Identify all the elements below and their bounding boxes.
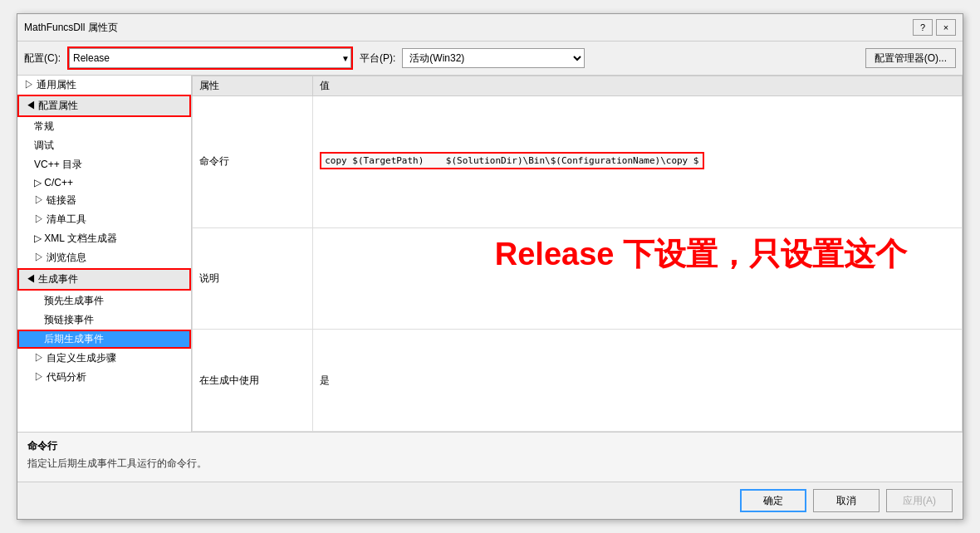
sidebar-item-linker-label: ▷ 链接器 [34, 193, 76, 208]
bottom-description: 命令行 指定让后期生成事件工具运行的命令行。 [17, 432, 963, 482]
ok-button[interactable]: 确定 [740, 489, 806, 512]
sidebar-item-pre-link-label: 预链接事件 [44, 313, 94, 327]
config-select[interactable]: Release [69, 48, 351, 68]
dialog-footer: 确定 取消 应用(A) [17, 482, 963, 519]
sidebar-item-general2[interactable]: 常规 [17, 117, 191, 136]
sidebar-item-post-build[interactable]: 后期生成事件 [17, 330, 191, 349]
sidebar-item-debug[interactable]: 调试 [17, 136, 191, 155]
platform-select[interactable]: 活动(Win32) [402, 48, 585, 68]
cancel-button[interactable]: 取消 [813, 489, 880, 512]
sidebar-item-config-props[interactable]: ◀ 配置属性 [17, 95, 191, 117]
sidebar-item-code-analysis[interactable]: ▷ 代码分析 [17, 368, 191, 387]
sidebar-item-linker[interactable]: ▷ 链接器 [17, 191, 191, 210]
sidebar-item-build-events[interactable]: ◀ 生成事件 [17, 268, 191, 291]
config-select-wrapper: Release ▼ [67, 46, 353, 70]
table-row-use: 在生成中使用 是 [193, 330, 963, 432]
sidebar: ▷ 通用属性 ◀ 配置属性 常规 调试 VC++ 目录 ▷ C/C++ ▷ 链接… [17, 76, 192, 432]
sidebar-item-pre-build-label: 预先生成事件 [44, 294, 104, 308]
sidebar-item-manifest[interactable]: ▷ 清单工具 [17, 210, 191, 229]
sidebar-item-browse-label: ▷ 浏览信息 [34, 251, 86, 265]
sidebar-item-vcpp-label: VC++ 目录 [34, 158, 82, 172]
config-label: 配置(C): [24, 51, 61, 66]
sidebar-item-general2-label: 常规 [34, 120, 54, 134]
table-row-desc: 说明 [193, 227, 963, 330]
props-table: 属性 值 命令行 copy $(TargetPath) $(SolutionDi… [192, 76, 963, 432]
sidebar-item-debug-label: 调试 [34, 139, 54, 153]
sidebar-item-build-events-label: ◀ 生成事件 [26, 272, 78, 286]
col-header-value: 值 [313, 76, 963, 96]
col-header-prop: 属性 [193, 76, 313, 96]
sidebar-item-xml[interactable]: ▷ XML 文档生成器 [17, 229, 191, 248]
sidebar-item-cpp[interactable]: ▷ C/C++ [17, 174, 191, 191]
close-button[interactable]: × [936, 19, 956, 36]
bottom-desc-text: 指定让后期生成事件工具运行的命令行。 [27, 457, 953, 471]
prop-desc: 说明 [193, 227, 313, 330]
apply-button[interactable]: 应用(A) [886, 489, 953, 512]
sidebar-item-cpp-label: ▷ C/C++ [34, 177, 73, 188]
property-dialog: MathFuncsDll 属性页 ? × 配置(C): Release ▼ 平台… [17, 13, 963, 520]
title-bar: MathFuncsDll 属性页 ? × [17, 14, 963, 42]
sidebar-item-general[interactable]: ▷ 通用属性 [17, 76, 191, 95]
value-command[interactable]: copy $(TargetPath) $(SolutionDir)\Bin\$(… [313, 96, 963, 228]
table-row-command: 命令行 copy $(TargetPath) $(SolutionDir)\Bi… [193, 96, 963, 228]
prop-use: 在生成中使用 [193, 330, 313, 432]
value-use: 是 [313, 330, 963, 432]
main-content: ▷ 通用属性 ◀ 配置属性 常规 调试 VC++ 目录 ▷ C/C++ ▷ 链接… [17, 76, 963, 432]
dialog-title: MathFuncsDll 属性页 [24, 21, 118, 35]
help-button[interactable]: ? [913, 19, 933, 36]
sidebar-item-pre-link[interactable]: 预链接事件 [17, 311, 191, 330]
sidebar-item-post-build-label: 后期生成事件 [44, 332, 104, 346]
command-value-text: copy $(TargetPath) $(SolutionDir)\Bin\$(… [320, 152, 703, 169]
bottom-desc-title: 命令行 [27, 439, 953, 453]
title-bar-buttons: ? × [913, 19, 956, 36]
title-bar-left: MathFuncsDll 属性页 [24, 21, 118, 35]
prop-command: 命令行 [193, 96, 313, 228]
sidebar-item-config-label: ◀ 配置属性 [26, 99, 78, 113]
sidebar-item-general-label: ▷ 通用属性 [24, 78, 76, 92]
sidebar-item-xml-label: ▷ XML 文档生成器 [34, 232, 117, 246]
value-desc[interactable] [313, 227, 963, 330]
platform-label: 平台(P): [360, 51, 395, 66]
right-panel: 属性 值 命令行 copy $(TargetPath) $(SolutionDi… [192, 76, 963, 432]
sidebar-item-custom-label: ▷ 自定义生成步骤 [34, 351, 116, 365]
sidebar-item-pre-build[interactable]: 预先生成事件 [17, 291, 191, 311]
config-row: 配置(C): Release ▼ 平台(P): 活动(Win32) 配置管理器(… [17, 42, 963, 76]
sidebar-item-code-analysis-label: ▷ 代码分析 [34, 370, 86, 384]
sidebar-item-vcpp[interactable]: VC++ 目录 [17, 155, 191, 174]
config-manager-button[interactable]: 配置管理器(O)... [865, 48, 956, 68]
sidebar-item-browse[interactable]: ▷ 浏览信息 [17, 248, 191, 267]
sidebar-item-manifest-label: ▷ 清单工具 [34, 213, 86, 227]
sidebar-item-custom-build[interactable]: ▷ 自定义生成步骤 [17, 349, 191, 368]
